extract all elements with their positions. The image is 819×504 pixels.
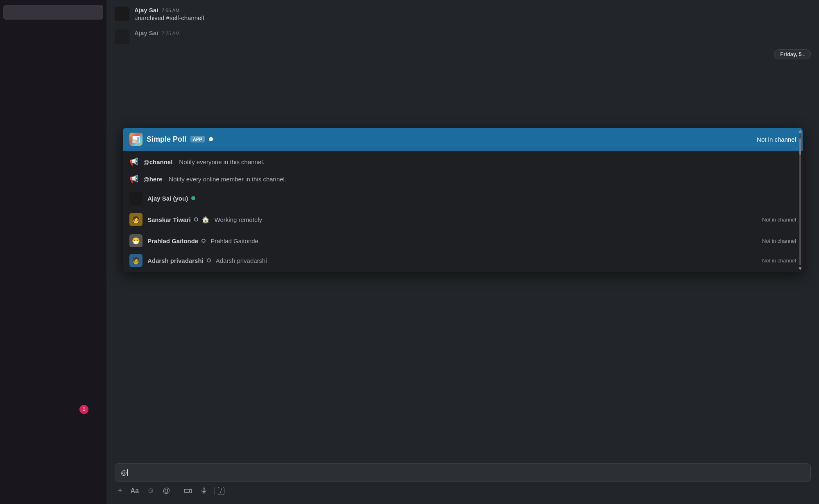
user-avatar-adarsh: 🧑 <box>129 254 143 267</box>
toolbar-divider <box>177 487 177 495</box>
mention-user-adarsh[interactable]: 🧑 Adarsh privadarshi Adarsh privadarshi … <box>123 251 803 269</box>
user-name-adarsh: Adarsh privadarshi <box>147 257 204 264</box>
app-icon: 📊 <box>129 133 143 146</box>
format-text-button[interactable]: Aa <box>127 485 142 497</box>
sidebar <box>0 0 106 504</box>
user-item-middle-prahlad: Prahlad Gaitonde Prahlad Gaitonde <box>147 237 757 244</box>
scroll-down-arrow[interactable]: ▼ <box>798 266 803 271</box>
message-sender: Ajay Sai <box>134 29 158 36</box>
user-name-prahlad: Prahlad Gaitonde <box>147 237 198 244</box>
status-away-dot-sanskar <box>194 217 198 221</box>
message-content: Ajay Sai 7:25 AM <box>134 29 179 36</box>
svg-rect-0 <box>184 489 189 492</box>
message-input-box[interactable]: @ <box>115 463 811 481</box>
input-toolbar: + Aa ☺ @ / <box>115 481 811 497</box>
message-time: 7:55 AM <box>161 8 179 14</box>
mention-user-ajay[interactable]: Ajay Sai (you) <box>123 188 803 209</box>
message-sender: Ajay Sai <box>134 7 158 14</box>
status-text-sanskar: Working remotely <box>215 216 262 223</box>
emoji-button[interactable]: ☺ <box>144 484 158 497</box>
audio-button[interactable] <box>197 484 211 497</box>
slash-command-button[interactable]: / <box>218 487 224 495</box>
user-avatar-prahlad: 😷 <box>129 234 143 247</box>
mention-user-sanskar[interactable]: 🧑 Sanskar Tiwari 🏠 Working remotely Not … <box>123 209 803 230</box>
user-avatar-sanskar: 🧑 <box>129 213 143 226</box>
date-divider: Friday, 5 . <box>774 49 811 59</box>
user-avatar-ajay <box>129 192 143 205</box>
not-in-channel-sanskar: Not in channel <box>762 217 796 223</box>
input-cursor <box>127 469 128 476</box>
chat-area: Ajay Sai 7:55 AM unarchived #self-channe… <box>106 0 819 460</box>
popup-scrollbar: ▲ ▼ <box>799 128 802 272</box>
not-in-channel-adarsh: Not in channel <box>762 258 796 264</box>
message-content: Ajay Sai 7:55 AM unarchived #self-channe… <box>134 7 204 21</box>
message-row: Ajay Sai 7:55 AM unarchived #self-channe… <box>115 7 811 21</box>
scrollbar-thumb[interactable] <box>799 138 801 155</box>
mention-channel-item[interactable]: 📢 @channel Notify everyone in this chann… <box>123 153 803 170</box>
at-channel-name: @channel <box>143 158 172 165</box>
message-header: Ajay Sai 7:25 AM <box>134 29 179 36</box>
status-emoji-sanskar: 🏠 <box>201 216 210 224</box>
mention-button[interactable]: @ <box>159 484 173 497</box>
popup-not-in-channel-header: Not in channel <box>757 136 796 143</box>
not-in-channel-prahlad: Not in channel <box>762 238 796 244</box>
message-row-partial: Ajay Sai 7:25 AM <box>115 29 811 44</box>
main-content: Ajay Sai 7:55 AM unarchived #self-channe… <box>106 0 819 504</box>
scrollbar-track <box>799 134 801 265</box>
message-time: 7:25 AM <box>161 31 179 36</box>
scroll-up-arrow[interactable]: ▲ <box>798 129 803 133</box>
status-away-dot-adarsh <box>207 258 211 262</box>
status-online-dot-ajay <box>191 196 195 200</box>
popup-header: 📊 Simple Poll APP Not in channel <box>123 128 803 151</box>
popup-app-name: Simple Poll <box>147 135 186 144</box>
mention-user-prahlad[interactable]: 😷 Prahlad Gaitonde Prahlad Gaitonde Not … <box>123 230 803 251</box>
toolbar-divider-2 <box>214 487 215 495</box>
message-header: Ajay Sai 7:55 AM <box>134 7 204 14</box>
user-item-middle-adarsh: Adarsh privadarshi Adarsh privadarshi <box>147 257 757 264</box>
avatar <box>115 29 129 44</box>
user-item-middle-sanskar: Sanskar Tiwari 🏠 Working remotely <box>147 216 757 224</box>
popup-header-left: 📊 Simple Poll APP <box>129 133 213 146</box>
mention-popup: 📊 Simple Poll APP Not in channel 📢 @chan… <box>123 128 803 272</box>
at-here-name: @here <box>143 176 162 183</box>
video-button[interactable] <box>181 484 195 497</box>
megaphone-here-icon: 📢 <box>129 174 138 183</box>
status-text-adarsh: Adarsh privadarshi <box>216 257 267 264</box>
svg-rect-2 <box>203 488 205 491</box>
status-text-prahlad: Prahlad Gaitonde <box>210 237 258 244</box>
popup-app-badge: APP <box>190 136 205 142</box>
message-text: unarchived #self-channell <box>134 14 204 21</box>
at-here-desc: Notify every online member in this chann… <box>169 176 286 183</box>
megaphone-icon: 📢 <box>129 157 138 166</box>
user-name-sanskar: Sanskar Tiwari <box>147 216 191 223</box>
user-item-middle-ajay: Ajay Sai (you) <box>147 195 796 202</box>
svg-marker-1 <box>189 489 191 492</box>
user-name-ajay: Ajay Sai (you) <box>147 195 188 202</box>
input-area: @ + Aa ☺ @ / <box>106 460 819 504</box>
notification-badge: 1 <box>79 405 88 414</box>
mention-here-item[interactable]: 📢 @here Notify every online member in th… <box>123 170 803 188</box>
popup-online-dot <box>209 137 213 141</box>
status-away-dot-prahlad <box>201 239 206 243</box>
sidebar-item-placeholder <box>3 5 103 20</box>
popup-list: 📢 @channel Notify everyone in this chann… <box>123 151 803 272</box>
add-button[interactable]: + <box>115 484 126 497</box>
input-text: @ <box>121 469 127 476</box>
avatar <box>115 7 129 21</box>
at-channel-desc: Notify everyone in this channel. <box>179 158 264 165</box>
